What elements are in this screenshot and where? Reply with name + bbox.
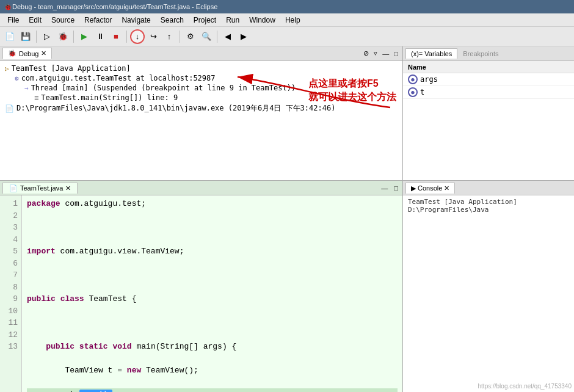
variable-row[interactable]: ●t [403, 86, 574, 99]
toolbar-separator [217, 31, 217, 43]
editor-tab-close[interactable]: ✕ [65, 184, 71, 192]
var-header: Name [403, 61, 574, 73]
line-number: 3 [4, 222, 18, 234]
debug-toolbar-btn[interactable]: 🐞 [56, 29, 70, 44]
var-tab-bar: (x)= Variables Breakpoints [403, 46, 574, 61]
debug-tree: ▷TeamTest [Java Application]⚙com.atguigu… [0, 61, 402, 117]
editor-tab-bar: 📄 TeamTest.java ✕ — □ [0, 181, 402, 195]
menu-item-help[interactable]: Help [280, 13, 305, 26]
console-tab[interactable]: ▶ Console ✕ [405, 183, 455, 194]
var-icon: ● [408, 74, 418, 84]
main-layout: 🐞 Debug ✕ ⊘ ▿ — □ ▷TeamTest [Java Applic… [0, 46, 574, 392]
breakpoints-tab[interactable]: Breakpoints [457, 48, 504, 59]
menu-item-project[interactable]: Project [189, 13, 221, 26]
menu-item-navigate[interactable]: Navigate [117, 13, 155, 26]
debug-action-suspend[interactable]: ⊘ [361, 49, 371, 58]
menu-item-window[interactable]: Window [244, 13, 280, 26]
line-number: 2 [4, 210, 18, 222]
toolbar-separator [73, 31, 74, 43]
step-over-toolbar-btn[interactable]: ↪ [146, 29, 161, 44]
menu-item-file[interactable]: File [2, 13, 24, 26]
toolbar-separator [180, 31, 180, 43]
step-into-toolbar-btn[interactable]: ↓ [130, 29, 145, 44]
variables-tab-label: Variables [424, 50, 452, 57]
menu-item-search[interactable]: Search [156, 13, 189, 26]
variable-row[interactable]: ●args [403, 73, 574, 86]
code-line [27, 222, 398, 234]
variables-panel: (x)= Variables Breakpoints Name ●args●t [403, 46, 574, 181]
editor-file-icon: 📄 [9, 184, 18, 192]
line-number: 13 [4, 341, 18, 353]
keyword: class [60, 294, 84, 303]
tree-text: Thread [main] (Suspended (breakpoint at … [31, 84, 296, 92]
tree-item[interactable]: ⇒Thread [main] (Suspended (breakpoint at… [2, 83, 400, 93]
code-line: public class TeamTest { [27, 293, 398, 305]
code-area[interactable]: 12345678910111213 package com.atguigu.te… [0, 195, 402, 392]
settings-toolbar-btn[interactable]: ⚙ [183, 29, 198, 44]
variables-tab[interactable]: (x)= Variables [405, 48, 457, 59]
new-toolbar-btn[interactable]: 📄 [2, 29, 17, 44]
search-btn-toolbar-btn[interactable]: 🔍 [199, 29, 214, 44]
line-number: 7 [4, 269, 18, 281]
menu-item-refactor[interactable]: Refactor [79, 13, 117, 26]
code-line: package com.atguigu.test; [27, 198, 398, 210]
current-line-marker: » [27, 390, 32, 392]
window-title: Debug - team_manager/src/com/atguigu/tes… [12, 3, 217, 10]
debug-action-maximize[interactable]: □ [392, 49, 400, 58]
tree-text: TeamTest [Java Application] [12, 64, 131, 73]
forward-toolbar-btn[interactable]: ▶ [236, 29, 251, 44]
tree-item[interactable]: ⚙com.atguigu.test.TeamTest at localhost:… [2, 73, 400, 83]
editor-minimize[interactable]: — [379, 184, 390, 192]
step-return-toolbar-btn[interactable]: ↑ [162, 29, 176, 44]
debug-action-minimize[interactable]: — [380, 49, 391, 58]
code-line: public static void main(String[] args) { [27, 341, 398, 353]
suspend-toolbar-btn[interactable]: ⏸ [93, 29, 107, 44]
editor-panel: 📄 TeamTest.java ✕ — □ 12345678910111213 … [0, 181, 402, 392]
editor-maximize[interactable]: □ [392, 184, 400, 192]
editor-tab-label: TeamTest.java [20, 184, 63, 192]
menu-bar: FileEditSourceRefactorNavigateSearchProj… [0, 13, 574, 27]
tree-item[interactable]: ▷TeamTest [Java Application] [2, 64, 400, 73]
tree-icon: ≡ [34, 93, 38, 102]
editor-tab-teamtest[interactable]: 📄 TeamTest.java ✕ [2, 183, 78, 194]
code-line: » t.menu(); [27, 388, 398, 392]
resume-toolbar-btn[interactable]: ▶ [77, 29, 92, 44]
right-panel: (x)= Variables Breakpoints Name ●args●t … [403, 46, 574, 392]
line-number: 10 [4, 305, 18, 318]
keyword: static [79, 342, 108, 351]
terminate-toolbar-btn[interactable]: ■ [109, 29, 123, 44]
menu-item-edit[interactable]: Edit [24, 13, 46, 26]
save-toolbar-btn[interactable]: 💾 [18, 29, 33, 44]
var-icon: ● [408, 87, 418, 97]
debug-panel: 🐞 Debug ✕ ⊘ ▿ — □ ▷TeamTest [Java Applic… [0, 46, 402, 181]
toolbar-separator [36, 31, 37, 43]
console-tab-icon: ▶ [411, 184, 416, 192]
run-toolbar-btn[interactable]: ▷ [40, 29, 54, 44]
debug-tab-label: Debug [19, 50, 38, 57]
tree-item[interactable]: ≡TeamTest.main(String[]) line: 9 [2, 93, 400, 103]
tree-icon: ⇒ [24, 84, 29, 92]
line-number: 12 [4, 329, 18, 341]
code-line [27, 269, 398, 281]
console-panel: ▶ Console ✕ TeamTest [Java Application] … [403, 181, 574, 392]
menu-item-source[interactable]: Source [46, 13, 79, 26]
title-icon: 🐞 [4, 3, 12, 11]
breakpoints-tab-label: Breakpoints [463, 50, 498, 57]
keyword: package [27, 199, 60, 208]
tree-item[interactable]: 📄D:\ProgramFiles\Java\jdk1.8.0_141\bin\j… [2, 103, 400, 114]
back-toolbar-btn[interactable]: ◀ [220, 29, 235, 44]
watermark-text: https://blog.csdn.net/qq_41753340 [478, 383, 572, 390]
keyword: public [27, 294, 56, 303]
debug-action-menu[interactable]: ▿ [372, 49, 379, 58]
console-tab-label: Console [418, 184, 442, 192]
console-tab-close[interactable]: ✕ [444, 184, 449, 192]
debug-tab-close[interactable]: ✕ [41, 49, 46, 57]
line-number: 6 [4, 258, 18, 270]
code-content[interactable]: package com.atguigu.test; import com.atg… [22, 195, 402, 392]
menu-item-run[interactable]: Run [221, 13, 244, 26]
line-number: 8 [4, 281, 18, 294]
keyword: void [112, 342, 131, 351]
debug-tab[interactable]: 🐞 Debug ✕ [2, 48, 52, 59]
keyword: import [27, 247, 56, 256]
debug-tab-actions: ⊘ ▿ — □ [361, 49, 400, 58]
